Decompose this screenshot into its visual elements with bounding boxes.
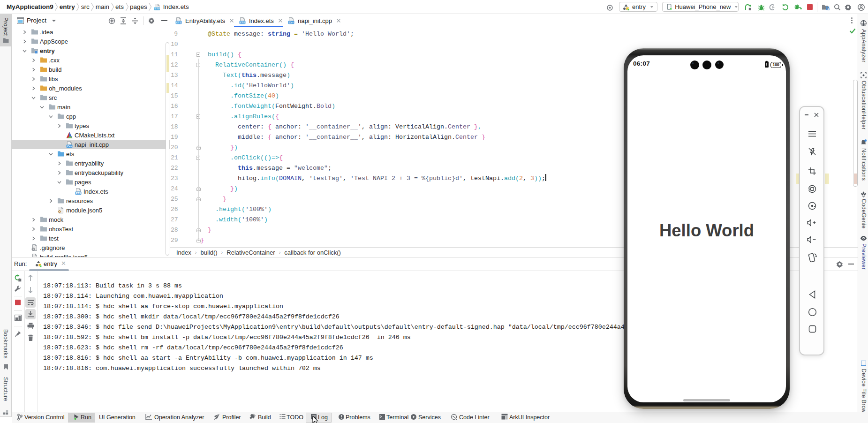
svg-text:C++: C++ xyxy=(67,145,72,148)
svg-text:C++: C++ xyxy=(289,21,294,24)
svg-text:ETS: ETS xyxy=(240,21,245,24)
svg-text:ETS: ETS xyxy=(176,21,181,24)
svg-text:ETS: ETS xyxy=(76,192,81,195)
svg-text:ETS: ETS xyxy=(154,7,159,10)
